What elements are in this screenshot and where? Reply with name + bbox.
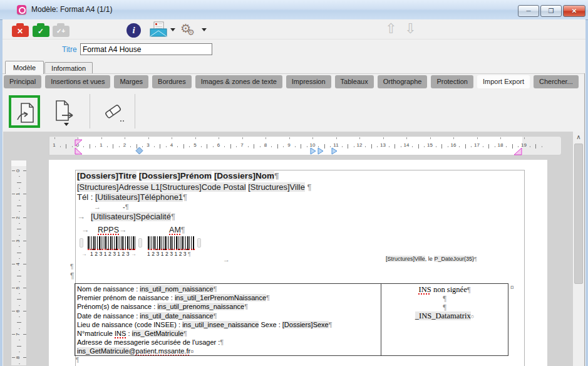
eraser-icon xyxy=(100,98,128,126)
pilcrow-icon: ¶ xyxy=(266,294,270,301)
spellcheck-word: AM xyxy=(169,226,181,234)
tab-stop-marker-icon[interactable] xyxy=(331,147,338,155)
doc-text: Lieu de naissance (code INSEE) : xyxy=(77,321,182,328)
tab-orthographe[interactable]: Orthographe xyxy=(378,75,428,88)
toolbar-divider xyxy=(90,94,90,128)
info-button[interactable]: i xyxy=(126,23,141,38)
settings-dropdown-arrow[interactable] xyxy=(202,28,207,31)
window-title: Modèle: Format A4 (1/1) xyxy=(31,5,112,14)
doc-line-rpps-am: →RPPS→AM¶ xyxy=(81,226,185,234)
import-doc-icon xyxy=(15,100,41,128)
tab-images-zones-de-texte[interactable]: Images & zones de texte xyxy=(195,75,282,88)
table-row: Prénom(s) de naissance : ins_util_prenom… xyxy=(77,302,379,311)
left-margin-marker-icon[interactable] xyxy=(75,139,84,155)
merge-field: [Dossiers]Sexe xyxy=(282,321,329,328)
tab-tableaux[interactable]: Tableaux xyxy=(335,75,374,88)
pilcrow-icon: ¶ xyxy=(171,212,175,221)
table-row: Premier prénom de naissance : ins_util_1… xyxy=(77,293,379,302)
doc-text: 123123123 xyxy=(147,251,188,257)
tab-bordures[interactable]: Bordures xyxy=(152,75,192,88)
barcode-handle xyxy=(138,238,142,248)
titre-input[interactable] xyxy=(80,43,212,55)
doc-text: 123123123 xyxy=(90,251,131,257)
tab-principal[interactable]: Principal xyxy=(4,75,41,88)
scrollbar-thumb[interactable] xyxy=(574,144,583,284)
table-row: ¶ xyxy=(381,294,508,303)
doc-text: Adresse de messagerie sécurisée de l'usa… xyxy=(77,338,220,346)
tab-stop-marker-icon[interactable] xyxy=(310,147,316,155)
doc-text: : xyxy=(126,330,132,337)
spellcheck-word: patient.mssante.fr xyxy=(136,347,190,355)
tab-import-export[interactable]: Import Export xyxy=(477,75,530,88)
export-doc-icon xyxy=(51,98,79,126)
barcode-handle xyxy=(80,238,83,248)
merge-field: [Dossiers]Nom xyxy=(214,171,274,180)
send-mail-button[interactable] xyxy=(149,21,168,38)
merge-field: ins_util_nom_naissance xyxy=(140,285,213,293)
cancel-button[interactable]: ✕ xyxy=(11,22,29,38)
doc-text: Premier prénom de naissance : xyxy=(77,294,175,301)
tab-impression[interactable]: Impression xyxy=(286,75,331,88)
pilcrow-icon: ¶ xyxy=(307,182,312,192)
pilcrow-icon: ¶ xyxy=(183,330,187,337)
merge-field: [Utilisateurs]Téléphone1 xyxy=(95,192,183,202)
table-row: ¶ xyxy=(381,303,508,311)
doc-text: Nom de naissance : xyxy=(77,285,140,293)
table-row: ins_GetMatricule@patient.mssante.fr¤ xyxy=(77,347,379,355)
tab-stop-marker-icon[interactable] xyxy=(317,147,324,155)
tab-insertions-et-vues[interactable]: Insertions et vues xyxy=(45,75,110,88)
tab-marges[interactable]: Marges xyxy=(114,75,148,88)
mail-doc-icon xyxy=(149,21,168,38)
table-row: Nom de naissance : ins_util_nom_naissanc… xyxy=(77,285,379,293)
merge-field: _INS_Datamatrix xyxy=(415,311,471,320)
settings-gears-button[interactable]: ⚙⚙ xyxy=(180,21,199,36)
ins-table-right-cell: INS non signée¶¶¶_INS_Datamatrix○ xyxy=(381,284,508,355)
import-button-highlighted[interactable] xyxy=(9,95,40,128)
merge-field: [Structures]Code Postal xyxy=(160,182,245,192)
doc-text: Tél : xyxy=(77,192,95,202)
merge-field: ins_GetMatricule xyxy=(132,330,184,337)
minimize-button[interactable]: ─ xyxy=(518,5,539,17)
app-window: Modèle: Format A4 (1/1) ─ ❐ ✕ ✕ ✓ ✓+ i ⚙ xyxy=(0,0,588,366)
vertical-scrollbar[interactable]: ∧ xyxy=(573,132,584,366)
merge-field: [Structures]Ville xyxy=(248,182,305,192)
eraser-button[interactable] xyxy=(100,98,128,126)
pilcrow-icon: ¶ xyxy=(70,271,74,280)
tab-mark-icon: → xyxy=(81,226,98,234)
tab-information[interactable]: Information xyxy=(44,62,93,74)
doc-line-barcode-values: →123123123→123123123¶ xyxy=(81,251,191,257)
close-button[interactable]: ✕ xyxy=(563,5,585,17)
move-up-button: ⇧ xyxy=(385,21,396,37)
spellcheck-word: INS xyxy=(419,285,431,294)
spellcheck-word: RPPS xyxy=(98,226,119,234)
tab-mark-icon: → xyxy=(94,203,123,211)
scrollbar-up-icon[interactable]: ∧ xyxy=(573,132,584,143)
merge-field: ins_util_insee_naissance xyxy=(182,321,259,328)
export-button[interactable] xyxy=(51,98,79,126)
maximize-button[interactable]: ❐ xyxy=(540,5,562,17)
right-margin-marker-icon[interactable] xyxy=(513,147,523,155)
table-row: Lieu de naissance (code INSEE) : ins_uti… xyxy=(77,320,379,329)
cell-end-marker: ○ xyxy=(471,313,474,320)
pilcrow-icon: ¶ xyxy=(274,171,279,180)
pilcrow-icon: ¶ xyxy=(181,226,185,234)
doc-line-recipient: [Dossiers]Titre [Dossiers]Prénom [Dossie… xyxy=(77,171,279,180)
title-bar[interactable]: Modèle: Format A4 (1/1) ─ ❐ ✕ xyxy=(0,0,588,20)
tab-protection[interactable]: Protection xyxy=(431,75,473,88)
pilcrow-icon: ¶ xyxy=(214,312,217,320)
indent-diamond-marker-icon[interactable] xyxy=(135,147,143,155)
doc-line-dash: →-¶ xyxy=(94,203,129,211)
pilcrow-icon: ¶ xyxy=(188,251,191,257)
table-row: Date de naissance : ins_util_date_naissa… xyxy=(77,311,379,320)
validate-button[interactable]: ✓ xyxy=(31,22,50,38)
merge-field: [Structures]Adresse L1 xyxy=(77,182,160,192)
export-dropdown-arrow[interactable] xyxy=(64,123,69,126)
tab-modele[interactable]: Modèle xyxy=(5,61,44,74)
merge-field: [Utilisateurs]Spécialité xyxy=(91,212,171,221)
merge-field: ins_util_1erPrenomNaissance xyxy=(175,294,266,301)
tab-chercher-[interactable]: Chercher... xyxy=(534,75,579,88)
doc-line-empty: ¶ xyxy=(70,271,74,280)
doc-text: Date de naissance : xyxy=(77,312,140,320)
mail-dropdown-arrow[interactable] xyxy=(170,28,175,31)
merge-field: [Structures]Ville xyxy=(386,256,425,262)
